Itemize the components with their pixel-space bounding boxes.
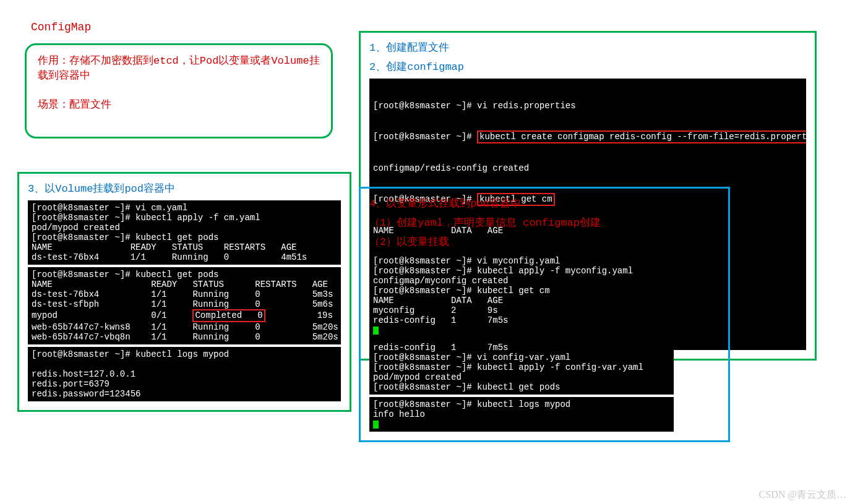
cmd-create-cm: kubectl create configmap redis-config --… xyxy=(477,130,806,143)
hdr-sub1: （1）创建yaml，声明变量信息 configmap创建 xyxy=(369,215,720,229)
term3a: [root@k8smaster ~]# vi cm.yaml [root@k8s… xyxy=(28,200,341,265)
card-step3: 3、以Volume挂载到pod容器中 [root@k8smaster ~]# v… xyxy=(17,172,351,412)
card-step4: 4、以变量形式挂载到pod容器中 （1）创建yaml，声明变量信息 config… xyxy=(359,187,730,442)
term4c: [root@k8smaster ~]# kubectl logs mypod i… xyxy=(369,397,674,432)
term4b: redis-config 1 7m5s [root@k8smaster ~]# … xyxy=(369,340,674,395)
hdr-create-file: 1、创建配置文件 xyxy=(369,40,806,54)
term3c: [root@k8smaster ~]# kubectl logs mypod r… xyxy=(28,347,341,401)
hdr-var-mount: 4、以变量形式挂载到pod容器中 xyxy=(369,196,720,210)
hdr-sub2: （2）以变量挂载 xyxy=(369,234,720,249)
row-mypod-completed: Completed 0 xyxy=(192,309,265,322)
hdr-create-configmap: 2、创建configmap xyxy=(369,59,806,74)
hdr-volume-mount: 3、以Volume挂载到pod容器中 xyxy=(28,181,341,195)
page-title: ConfigMap xyxy=(31,21,91,33)
intro-p2: 场景：配置文件 xyxy=(38,97,320,111)
intro-p1: 作用：存储不加密数据到etcd，让Pod以变量或者Volume挂载到容器中 xyxy=(38,54,320,83)
watermark: CSDN @青云文质… xyxy=(759,489,846,502)
card-intro: 作用：存储不加密数据到etcd，让Pod以变量或者Volume挂载到容器中 场景… xyxy=(25,43,333,139)
cursor-icon xyxy=(373,327,379,335)
term3b: [root@k8smaster ~]# kubectl get pods NAM… xyxy=(28,267,341,344)
term4a: [root@k8smaster ~]# vi myconfig.yaml [ro… xyxy=(369,254,674,338)
cursor-icon xyxy=(373,421,379,429)
